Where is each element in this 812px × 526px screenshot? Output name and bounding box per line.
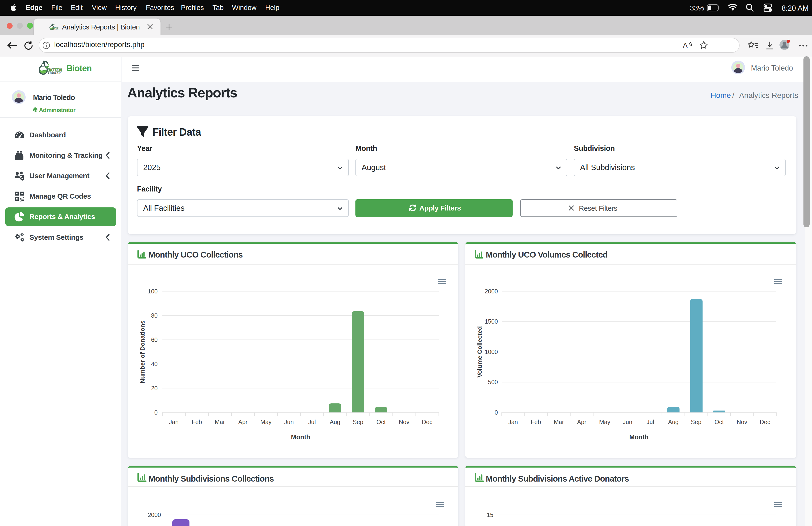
svg-text:Nov: Nov: [737, 418, 748, 425]
svg-text:Nov: Nov: [399, 418, 409, 425]
svg-text:BIOTEN: BIOTEN: [47, 68, 62, 72]
svg-text:Aug: Aug: [330, 418, 340, 425]
svg-text:BIOTEN: BIOTEN: [52, 27, 58, 29]
svg-text:May: May: [599, 418, 610, 425]
svg-text:Sep: Sep: [353, 418, 363, 425]
svg-text:20: 20: [151, 385, 158, 392]
svg-text:Feb: Feb: [192, 418, 202, 425]
svg-text:ENERGY: ENERGY: [53, 29, 58, 30]
svg-text:Month: Month: [629, 433, 649, 441]
svg-text:Dec: Dec: [422, 418, 432, 425]
svg-text:Apr: Apr: [577, 418, 586, 425]
svg-text:Jun: Jun: [623, 418, 632, 425]
svg-text:Aug: Aug: [668, 418, 679, 425]
svg-text:May: May: [260, 418, 272, 425]
svg-text:ENERGY: ENERGY: [48, 72, 61, 75]
svg-text:Jun: Jun: [284, 418, 294, 425]
svg-text:Oct: Oct: [715, 418, 724, 425]
svg-text:Jul: Jul: [308, 418, 316, 425]
svg-text:60: 60: [151, 337, 158, 343]
svg-text:2000: 2000: [484, 288, 498, 295]
svg-text:Dec: Dec: [760, 418, 770, 425]
svg-text:Sep: Sep: [691, 418, 701, 425]
svg-text:Apr: Apr: [238, 418, 248, 425]
svg-text:500: 500: [488, 379, 498, 385]
svg-text:40: 40: [151, 361, 158, 367]
svg-text:Month: Month: [291, 433, 310, 441]
svg-text:0: 0: [495, 409, 498, 416]
svg-text:1000: 1000: [484, 349, 498, 355]
svg-text:2000: 2000: [148, 512, 161, 518]
svg-text:Mar: Mar: [554, 418, 564, 425]
svg-text:A: A: [683, 41, 687, 49]
svg-text:Jan: Jan: [508, 418, 518, 425]
svg-text:Number of Donations: Number of Donations: [139, 321, 146, 383]
svg-text:Jul: Jul: [647, 418, 654, 425]
svg-text:Oct: Oct: [377, 418, 386, 425]
svg-text:Volume Collected: Volume Collected: [476, 326, 483, 378]
svg-text:100: 100: [148, 288, 158, 295]
svg-text:Mar: Mar: [215, 418, 225, 425]
svg-text:Jan: Jan: [169, 418, 178, 425]
svg-text:Feb: Feb: [531, 418, 541, 425]
svg-text:1500: 1500: [484, 318, 498, 325]
svg-text:15: 15: [487, 512, 493, 518]
svg-text:80: 80: [151, 312, 158, 319]
svg-text:0: 0: [154, 409, 158, 416]
